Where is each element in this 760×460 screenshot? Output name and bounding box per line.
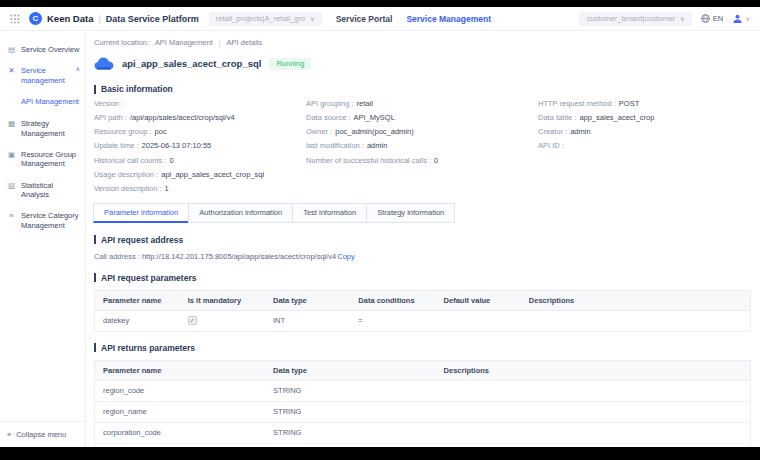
table-row: datekey ✓ INT = — [95, 310, 751, 331]
sidebar-item-label: Service Category Management — [21, 211, 80, 230]
copy-link[interactable]: Copy — [337, 252, 355, 261]
sidebar-item-service-management[interactable]: ✕ Service management ∧ — [0, 60, 85, 91]
basic-info-extra: Usage descriptionapi_app_sales_acect_cro… — [94, 170, 751, 194]
top-header: C Keen Data | Data Service Platform reta… — [0, 7, 760, 31]
main-content: Current location: API Management | API d… — [86, 31, 760, 447]
column-header: Parameter name — [95, 290, 180, 310]
section-api-request-parameters: API request parameters — [94, 273, 751, 283]
param-name-cell: region_name — [95, 401, 266, 422]
project-selector-value: retail_projects|A_retail_gro — [216, 14, 305, 23]
section-bar — [94, 343, 96, 352]
column-header: Descriptions — [436, 360, 751, 380]
screen: C Keen Data | Data Service Platform reta… — [0, 0, 760, 460]
language-switcher[interactable]: EN — [701, 14, 723, 23]
sidebar-item-service-category[interactable]: ≡ Service Category Management — [0, 205, 85, 236]
data-type-cell: STRING — [265, 443, 436, 447]
collapse-icon: « — [7, 430, 11, 439]
field-version-description: Version description1 — [94, 184, 751, 194]
collapse-menu-button[interactable]: « Collapse menu — [0, 421, 85, 447]
sidebar-item-service-overview[interactable]: ▤ Service Overview — [0, 39, 85, 60]
nav-service-management[interactable]: Service Management — [406, 14, 491, 24]
column-header: Data type — [265, 290, 350, 310]
table-row: corporation_name STRING — [95, 443, 751, 447]
keen-data-logo-icon: C — [29, 12, 42, 25]
section-bar — [94, 273, 96, 282]
column-header: Default value — [436, 290, 521, 310]
description-cell — [436, 422, 751, 443]
section-bar — [94, 235, 96, 244]
sidebar-item-api-management[interactable]: API Management — [0, 91, 85, 113]
table-header-row: Parameter name Data type Descriptions — [95, 360, 751, 380]
breadcrumb-section[interactable]: API Management — [155, 38, 213, 47]
field-historical-call-counts: Historical call counts0 — [94, 156, 306, 166]
field-data-source: Data sourceAPI_MySQL — [306, 113, 538, 123]
tenant-selector-value: customer_tenant|customer — [586, 14, 675, 23]
column-header: Descriptions — [521, 290, 751, 310]
chevron-up-icon: ∧ — [76, 66, 80, 74]
project-selector[interactable]: retail_projects|A_retail_gro ∨ — [209, 12, 322, 26]
column-header: Parameter name — [95, 360, 266, 380]
call-address-row: Call addresshttp://18.142.201.175:8005/a… — [94, 252, 751, 261]
field-resource-group: Resource grouppoc — [94, 127, 306, 137]
field-update-time: Update time2025-06-13 07:10:55 — [94, 141, 306, 151]
param-name-cell: region_code — [95, 380, 266, 401]
tenant-selector[interactable]: customer_tenant|customer ∨ — [579, 12, 691, 26]
field-version: Version — [94, 99, 306, 109]
apps-grid-icon[interactable] — [10, 14, 20, 24]
description-cell — [436, 401, 751, 422]
breadcrumb: Current location: API Management | API d… — [94, 35, 751, 54]
data-type-cell: INT — [265, 310, 350, 331]
resource-box-icon: ▣ — [7, 150, 16, 159]
sidebar-item-statistical-analysis[interactable]: ▥ Statistical Analysis — [0, 175, 85, 206]
sidebar-item-label: Strategy Management — [21, 119, 80, 138]
dashboard-icon: ▤ — [7, 45, 16, 54]
tools-icon: ✕ — [7, 66, 16, 75]
tab-strategy-information[interactable]: Strategy information — [366, 203, 455, 223]
field-api-id: API ID — [538, 141, 751, 151]
avatar-icon — [732, 13, 743, 24]
field-successful-calls: Number of successful historical calls0 — [306, 156, 538, 166]
field-api-path: API path/api/app/sales/acect/crop/sql/v4 — [94, 113, 306, 123]
sidebar-item-label: Service Overview — [21, 45, 79, 54]
sidebar-item-resource-group[interactable]: ▣ Resource Group Management — [0, 144, 85, 175]
table-header-row: Parameter name Is it mandatory Data type… — [95, 290, 751, 310]
table-row: region_name STRING — [95, 401, 751, 422]
returns-parameters-table: Parameter name Data type Descriptions re… — [94, 360, 751, 447]
description-cell — [521, 310, 751, 331]
table-row: corporation_code STRING — [95, 422, 751, 443]
default-value-cell — [436, 310, 521, 331]
data-type-cell: STRING — [265, 380, 436, 401]
detail-tabs: Parameter information Authorization info… — [94, 203, 751, 223]
api-title-row: api_app_sales_acect_crop_sql Running — [94, 57, 751, 70]
basic-info-grid: Version API path/api/app/sales/acect/cro… — [94, 99, 751, 166]
nav-service-portal[interactable]: Service Portal — [336, 14, 393, 24]
document-icon: ▦ — [7, 119, 16, 128]
user-menu[interactable]: ∨ — [732, 13, 750, 24]
param-name-cell: datekey — [95, 310, 180, 331]
collapse-menu-label: Collapse menu — [16, 430, 66, 439]
param-name-cell: corporation_name — [95, 443, 266, 447]
mandatory-cell: ✓ — [180, 310, 265, 331]
field-api-grouping: API groupingretail — [306, 99, 538, 109]
column-header: Data type — [265, 360, 436, 380]
sidebar-item-label: Service management — [21, 66, 70, 85]
data-type-cell: STRING — [265, 422, 436, 443]
tab-test-information[interactable]: Test information — [292, 203, 367, 223]
sidebar-item-label: Resource Group Management — [21, 150, 80, 169]
param-name-cell: corporation_code — [95, 422, 266, 443]
product-title: Data Service Platform — [106, 14, 199, 24]
data-type-cell: STRING — [265, 401, 436, 422]
tab-authorization-information[interactable]: Authorization information — [188, 203, 293, 223]
sidebar: ▤ Service Overview ✕ Service management … — [0, 31, 86, 447]
tab-parameter-information[interactable]: Parameter information — [93, 203, 189, 223]
field-http-method: HTTP request methodPOST — [538, 99, 751, 109]
api-name: api_app_sales_acect_crop_sql — [122, 58, 261, 69]
call-address-label: Call address — [94, 252, 142, 261]
sidebar-item-strategy-management[interactable]: ▦ Strategy Management — [0, 113, 85, 144]
chevron-down-icon: ∨ — [680, 15, 685, 23]
table-row: region_code STRING — [95, 380, 751, 401]
field-owner: Ownerpoc_admin(poc_admin) — [306, 127, 538, 137]
breadcrumb-separator: | — [219, 38, 221, 47]
breadcrumb-prefix: Current location — [94, 38, 147, 47]
app-window: C Keen Data | Data Service Platform reta… — [0, 7, 760, 447]
